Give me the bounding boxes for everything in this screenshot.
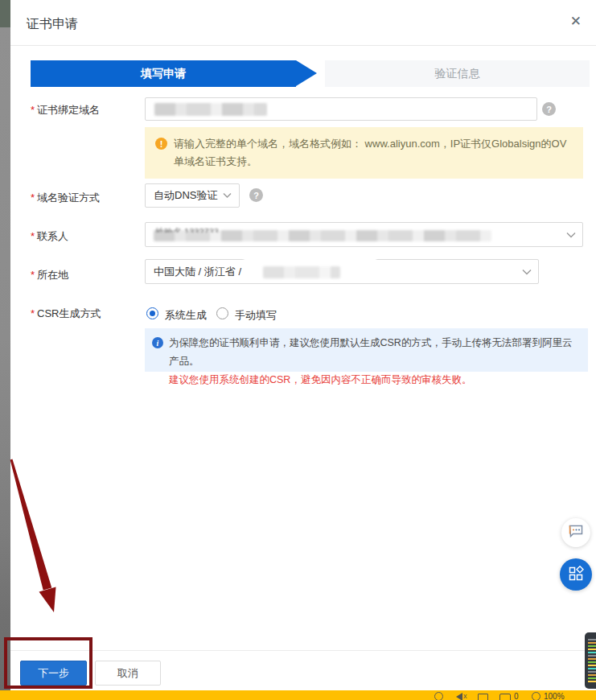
csr-radio-system-label[interactable]: 系统生成 <box>165 308 207 323</box>
location-label: *所在地 <box>31 268 68 282</box>
verify-method-select[interactable]: 自动DNS验证 <box>145 183 240 208</box>
csr-info-line1: 为保障您的证书顺利申请，建议您使用默认生成CSR的方式，手动上传将无法部署到阿里… <box>169 334 580 371</box>
domain-notice: ! 请输入完整的单个域名，域名格式例如： www.aliyun.com，IP证书… <box>145 127 583 179</box>
chevron-down-icon <box>223 193 232 199</box>
verify-method-help-icon[interactable]: ? <box>249 188 263 202</box>
cancel-button[interactable]: 取消 <box>95 661 161 686</box>
location-value: 中国大陆 / 浙江省 / <box>154 265 241 279</box>
dialog-header: 证书申请 ✕ <box>10 0 596 46</box>
feedback-chat-button[interactable] <box>561 518 590 547</box>
step-fill-application[interactable]: 填写申请 <box>31 60 296 87</box>
certificate-apply-dialog: 证书申请 ✕ 填写申请 验证信息 *证书绑定域名 ? ! 请输入完整的单个域名，… <box>10 0 596 690</box>
info-icon: i <box>152 337 163 348</box>
contact-label: *联系人 <box>31 229 68 244</box>
redacted-domain-value <box>154 103 267 116</box>
zoom-level: 100% <box>544 692 565 700</box>
apps-grid-icon <box>569 566 584 584</box>
warning-icon: ! <box>155 138 167 150</box>
taskbar: x 0 100% <box>0 690 596 700</box>
redacted-contact-texttop: 姓验名 1332733 <box>155 226 252 233</box>
annotation-highlight-box <box>4 637 92 689</box>
background-page-strip <box>0 0 10 690</box>
taskbar-items: x 0 100% <box>434 692 565 700</box>
redacted-location-value <box>263 266 340 278</box>
verify-method-value: 自动DNS验证 <box>154 188 217 203</box>
timer-icon[interactable] <box>434 692 445 700</box>
csr-radio-system[interactable] <box>146 307 158 319</box>
location-select[interactable]: 中国大陆 / 浙江省 / <box>145 259 539 284</box>
zoom-control[interactable]: 100% <box>532 692 565 700</box>
footer-divider <box>10 650 596 651</box>
domain-notice-text: 请输入完整的单个域名，域名格式例如： www.aliyun.com，IP证书仅G… <box>174 138 566 167</box>
required-asterisk: * <box>31 104 35 116</box>
csr-label: *CSR生成方式 <box>31 307 101 321</box>
domain-help-icon[interactable]: ? <box>542 102 556 116</box>
printer-icon[interactable] <box>478 692 488 700</box>
chevron-down-icon <box>522 269 531 274</box>
screen: 证书申请 ✕ 填写申请 验证信息 *证书绑定域名 ? ! 请输入完整的单个域名，… <box>0 0 596 700</box>
camera-count: 0 <box>514 692 519 700</box>
quick-apps-button[interactable] <box>560 558 592 591</box>
csr-info-line2: 建议您使用系统创建的CSR，避免因内容不正确而导致的审核失败。 <box>169 371 580 389</box>
palette-stripes <box>588 639 596 682</box>
chevron-down-icon <box>566 232 575 237</box>
redaction-smudge <box>244 254 376 261</box>
step-arrow-shape <box>296 60 317 86</box>
camera-counter[interactable]: 0 <box>499 692 520 700</box>
csr-radio-manual[interactable] <box>216 307 228 319</box>
csr-radio-manual-label[interactable]: 手动填写 <box>235 308 277 323</box>
verify-method-label: *域名验证方式 <box>31 191 100 205</box>
dialog-title: 证书申请 <box>27 16 78 33</box>
contact-select[interactable]: 姓验名 1332733 <box>145 222 583 247</box>
mute-speaker-icon[interactable]: x <box>456 692 467 700</box>
close-icon[interactable]: ✕ <box>570 14 582 28</box>
screenshot-tool-palette[interactable] <box>585 632 596 689</box>
csr-info-box: i 为保障您的证书顺利申请，建议您使用默认生成CSR的方式，手动上传将无法部署到… <box>145 328 588 372</box>
chat-bubble-icon <box>568 524 584 541</box>
domain-label: *证书绑定域名 <box>31 103 100 117</box>
domain-input[interactable] <box>145 97 537 121</box>
step-verify-info[interactable]: 验证信息 <box>325 60 590 87</box>
